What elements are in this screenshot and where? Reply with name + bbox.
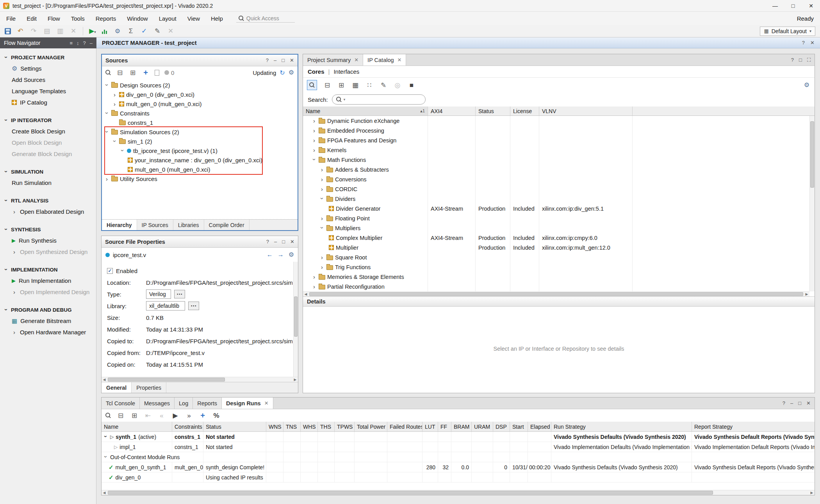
scroll-right-icon[interactable]: ▶ [804,292,809,296]
column-uram[interactable]: URAM [472,422,493,431]
undo-icon[interactable]: ↶ [16,28,24,34]
chevron-right-icon[interactable]: › [319,254,324,261]
run-row-div-gen-0[interactable]: ✓div_gen_0 Using cached IP results [102,472,815,483]
horizontal-scrollbar[interactable]: ◀ ▶ [102,490,815,495]
expand-all-icon[interactable]: ⊞ [130,412,138,419]
chevron-right-icon[interactable]: › [112,91,117,98]
column-lut[interactable]: LUT [422,422,438,431]
tree-item-mult-gen-0-sim[interactable]: mult_gen_0 (mult_gen_0.xci) [102,165,298,174]
back-icon[interactable]: ← [267,251,273,258]
column-ths[interactable]: THS [318,422,335,431]
column-axi4[interactable]: AXI4 [428,106,476,115]
chevron-down-icon[interactable]: › [103,454,109,459]
catalog-row[interactable]: ›CORDIC [303,184,815,194]
tab-log[interactable]: Log [175,398,193,409]
float-icon[interactable]: □ [798,400,801,406]
run-row-synth-1[interactable]: ›▷synth_1(active) constrs_1 Not started … [102,432,815,442]
settings-gear-icon[interactable]: ⚙ [803,82,811,88]
quick-access-search[interactable]: Quick Access [236,14,295,23]
column-status[interactable]: Status [476,106,510,115]
checkmark-icon[interactable]: ✓ [140,28,148,34]
chevron-right-icon[interactable]: › [319,176,324,183]
run-row-mult-gen-0-synth-1[interactable]: ✓mult_gen_0_synth_1 mult_gen_0 synth_des… [102,462,815,472]
float-icon[interactable]: □ [799,57,802,63]
run-icon[interactable]: ▶ [171,412,179,419]
refresh-icon[interactable]: ↻ [280,69,285,76]
copy-icon[interactable]: ▤ [43,28,51,34]
scroll-right-icon[interactable]: ▶ [292,377,298,382]
percent-icon[interactable]: % [212,412,220,419]
column-wns[interactable]: WNS [266,422,283,431]
catalog-search-box[interactable]: ▾ [332,94,426,105]
maximize-icon[interactable]: □ [784,0,802,12]
help-icon[interactable]: ? [783,400,785,406]
chevron-right-icon[interactable]: › [312,137,317,144]
chevron-right-icon[interactable]: › [312,273,317,280]
library-input[interactable]: xil_defaultlib [146,301,185,311]
tree-item-utility-sources[interactable]: ›Utility Sources [102,174,298,183]
column-elapsed[interactable]: Elapsed [528,422,551,431]
column-tns[interactable]: TNS [283,422,301,431]
nav-item-run-simulation[interactable]: Run Simulation [0,177,96,188]
tab-messages[interactable]: Messages [140,398,175,409]
scroll-left-icon[interactable]: ◀ [102,377,107,382]
column-total-power[interactable]: Total Power [355,422,387,431]
collapse-all-icon[interactable]: ⊟ [323,82,331,89]
edit-icon[interactable]: ✎ [153,28,161,34]
column-vlnv[interactable]: VLNV [539,106,633,115]
catalog-row-complex-multiplier[interactable]: Complex MultiplierAXI4-StreamProductionI… [303,233,815,243]
close-icon[interactable]: ✕ [802,0,820,12]
catalog-row[interactable]: ›Dynamic Function eXchange [303,116,815,126]
scroll-right-icon[interactable]: ▶ [809,490,815,495]
group-by-icon[interactable]: ▦ [351,82,359,89]
help-icon[interactable]: ? [83,40,86,46]
nav-item-open-implemented-design[interactable]: ›Open Implemented Design [0,286,96,298]
horizontal-scrollbar[interactable]: ◀ ▶ [102,377,298,382]
search-icon[interactable] [105,413,111,418]
vertical-scrollbar[interactable] [293,262,298,377]
column-name[interactable]: Name [102,422,172,431]
column-report-strategy[interactable]: Report Strategy [692,422,815,431]
catalog-row[interactable]: ›Multipliers [303,223,815,233]
catalog-row[interactable]: ›Math Functions [303,155,815,165]
delete-icon[interactable]: ✕ [70,28,77,34]
column-license[interactable]: License [510,106,539,115]
nav-item-language-templates[interactable]: Language Templates [0,85,96,97]
column-ff[interactable]: FF [438,422,451,431]
chevron-right-icon[interactable]: › [312,127,317,134]
resize-icon[interactable]: ↕ [77,40,79,46]
nav-section-program-and-debug[interactable]: ›PROGRAM AND DEBUG [0,305,96,315]
help-icon[interactable]: ? [791,57,794,63]
nav-item-open-hardware-manager[interactable]: ›Open Hardware Manager [0,327,96,338]
redo-icon[interactable]: ↷ [30,28,37,34]
catalog-row[interactable]: ›Partial Reconfiguration [303,282,815,291]
catalog-row[interactable]: ›Dividers [303,194,815,204]
nav-item-open-synthesized-design[interactable]: ›Open Synthesized Design [0,246,96,257]
scroll-left-icon[interactable]: ◀ [102,490,107,495]
float-icon[interactable]: □ [282,239,285,245]
nav-section-ip-integrator[interactable]: ›IP INTEGRATOR [0,115,96,126]
menu-view[interactable]: View [187,15,200,22]
nav-section-project-manager[interactable]: ›PROJECT MANAGER [0,52,96,63]
gear-icon[interactable]: ⚙ [289,69,294,76]
tab-project-summary[interactable]: Project Summary✕ [303,54,363,66]
forward-icon[interactable]: → [278,251,284,258]
minimize-icon[interactable]: ‒ [274,57,276,63]
chevron-right-icon[interactable]: › [319,186,324,192]
column-run-strategy[interactable]: Run Strategy [551,422,692,431]
menu-edit[interactable]: Edit [27,15,37,22]
skip-to-start-icon[interactable]: ⇤ [144,412,152,419]
help-icon[interactable]: ? [266,239,269,245]
step-forward-icon[interactable]: » [185,412,193,419]
catalog-row-multiplier[interactable]: MultiplierProductionIncludedxilinx.com:i… [303,243,815,252]
chevron-right-icon[interactable]: › [319,215,324,222]
chevron-down-icon[interactable]: › [104,110,111,115]
chevron-down-icon[interactable]: › [112,138,118,144]
chevron-right-icon[interactable]: › [312,117,317,124]
help-icon[interactable]: ? [266,57,269,63]
chevron-down-icon[interactable]: › [319,196,326,201]
nav-item-generate-block-design[interactable]: Generate Block Design [0,148,96,160]
tab-compile-order[interactable]: Compile Order [204,220,250,230]
search-input[interactable] [347,96,421,103]
file-icon[interactable] [155,70,159,76]
